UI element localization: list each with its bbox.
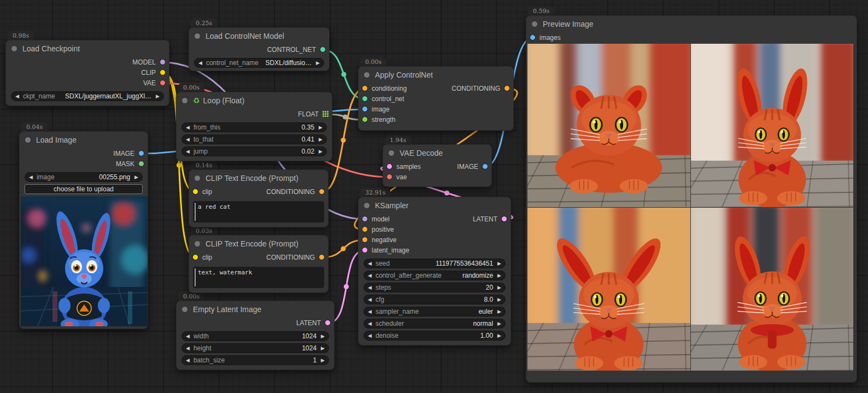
prompt-textarea[interactable]: a red cat: [193, 201, 324, 222]
input-port-images[interactable]: [530, 34, 536, 40]
widget-value[interactable]: 20: [486, 284, 493, 291]
input-port-positive[interactable]: [362, 226, 368, 232]
widget-decrement-arrow-icon[interactable]: ◀: [186, 137, 190, 142]
widget-decrement-arrow-icon[interactable]: ◀: [186, 345, 190, 351]
collapse-dot-icon[interactable]: [194, 33, 201, 39]
input-port-latent_image[interactable]: [362, 247, 368, 253]
widget-image[interactable]: ◀image00255.png▶: [25, 172, 143, 182]
widget-increment-arrow-icon[interactable]: ▶: [497, 261, 501, 266]
widget-decrement-arrow-icon[interactable]: ◀: [368, 297, 372, 302]
upload-file-button[interactable]: choose file to upload: [25, 184, 143, 194]
widget-decrement-arrow-icon[interactable]: ◀: [368, 273, 372, 278]
widget-control_net_name[interactable]: ◀control_net_nameSDXL/diffusio…▶: [194, 58, 324, 68]
node-clip1[interactable]: 0.14sCLIP Text Encode (Prompt)clipCONDIT…: [189, 169, 329, 227]
node-load_checkpoint[interactable]: 0.98sLoad CheckpointMODELCLIPVAE◀ckpt_na…: [5, 40, 169, 106]
widget-increment-arrow-icon[interactable]: ▶: [321, 333, 325, 339]
list-output-grid-icon[interactable]: [322, 111, 329, 117]
widget-ckpt_name[interactable]: ◀ckpt_nameSDXL/juggernautXL_juggXl…▶: [11, 91, 164, 101]
input-port-clip[interactable]: [192, 189, 198, 195]
widget-value[interactable]: 1024: [302, 332, 316, 340]
widget-increment-arrow-icon[interactable]: ▶: [321, 345, 325, 351]
node-load_controlnet[interactable]: 0.25sLoad ControlNet ModelCONTROL_NET◀co…: [189, 27, 330, 71]
output-port-MASK[interactable]: [138, 161, 144, 167]
widget-value[interactable]: 1024: [302, 344, 316, 352]
output-port-CONDITIONING[interactable]: [319, 254, 325, 260]
collapse-dot-icon[interactable]: [194, 241, 201, 247]
output-port-VAE[interactable]: [160, 80, 166, 86]
widget-value[interactable]: 1: [313, 356, 316, 364]
widget-decrement-arrow-icon[interactable]: ◀: [186, 125, 190, 130]
widget-from_this[interactable]: ◀from_this0.35▶: [181, 122, 327, 132]
widget-cfg[interactable]: ◀cfg8.0▶: [363, 295, 506, 304]
widget-decrement-arrow-icon[interactable]: ◀: [15, 93, 19, 99]
prompt-textarea[interactable]: text, watermark: [193, 267, 324, 288]
widget-value[interactable]: normal: [473, 320, 493, 327]
widget-increment-arrow-icon[interactable]: ▶: [497, 297, 501, 302]
widget-value[interactable]: 1.00: [480, 332, 493, 339]
node-vae_decode[interactable]: 1.94sVAE DecodesamplesIMAGEvae: [383, 144, 492, 187]
widget-increment-arrow-icon[interactable]: ▶: [316, 60, 320, 66]
input-port-clip[interactable]: [192, 254, 198, 260]
widget-increment-arrow-icon[interactable]: ▶: [497, 273, 501, 278]
input-port-model[interactable]: [362, 216, 368, 222]
output-port-LATENT[interactable]: [325, 320, 331, 326]
output-port-IMAGE[interactable]: [482, 163, 488, 169]
widget-jump[interactable]: ◀jump0.02▶: [181, 146, 327, 156]
widget-increment-arrow-icon[interactable]: ▶: [156, 93, 160, 99]
input-port-conditioning[interactable]: [362, 85, 368, 91]
widget-increment-arrow-icon[interactable]: ▶: [497, 309, 501, 314]
output-port-CONDITIONING[interactable]: [504, 85, 510, 91]
widget-decrement-arrow-icon[interactable]: ◀: [186, 333, 190, 339]
widget-value[interactable]: 0.41: [302, 136, 314, 143]
node-apply_cn[interactable]: 0.00sApply ControlNetconditioningCONDITI…: [358, 66, 514, 131]
widget-sampler_name[interactable]: ◀sampler_nameeuler▶: [363, 307, 506, 316]
widget-increment-arrow-icon[interactable]: ▶: [497, 321, 501, 326]
node-clip2[interactable]: 0.03sCLIP Text Encode (Prompt)clipCONDIT…: [189, 235, 329, 293]
widget-decrement-arrow-icon[interactable]: ◀: [198, 60, 202, 66]
widget-height[interactable]: ◀height1024▶: [181, 343, 329, 353]
widget-batch_size[interactable]: ◀batch_size1▶: [181, 355, 329, 365]
output-port-MODEL[interactable]: [160, 59, 166, 65]
widget-increment-arrow-icon[interactable]: ▶: [321, 357, 325, 363]
widget-denoise[interactable]: ◀denoise1.00▶: [363, 331, 506, 341]
node-canvas[interactable]: { "canvas_bg": "#232323", "port_colors":…: [0, 0, 868, 393]
widget-value[interactable]: 0.35: [302, 124, 314, 131]
input-port-samples[interactable]: [386, 163, 392, 169]
widget-value[interactable]: 8.0: [484, 296, 493, 303]
collapse-dot-icon[interactable]: [363, 72, 370, 78]
widget-decrement-arrow-icon[interactable]: ◀: [368, 321, 372, 326]
collapse-dot-icon[interactable]: [181, 97, 188, 104]
output-port-CONDITIONING[interactable]: [319, 189, 325, 195]
widget-decrement-arrow-icon[interactable]: ◀: [186, 149, 190, 154]
collapse-dot-icon[interactable]: [194, 175, 201, 181]
widget-decrement-arrow-icon[interactable]: ◀: [368, 261, 372, 266]
widget-value[interactable]: 00255.png: [99, 173, 130, 181]
widget-width[interactable]: ◀width1024▶: [181, 331, 329, 341]
input-port-strength[interactable]: [362, 116, 368, 122]
widget-value[interactable]: SDXL/juggernautXL_juggXl…: [65, 92, 151, 100]
collapse-dot-icon[interactable]: [181, 306, 188, 313]
widget-value[interactable]: randomize: [462, 272, 493, 279]
widget-control_after_generate[interactable]: ◀control_after_generaterandomize▶: [363, 271, 506, 280]
widget-decrement-arrow-icon[interactable]: ◀: [368, 285, 372, 290]
input-port-control_net[interactable]: [362, 96, 368, 102]
widget-increment-arrow-icon[interactable]: ▶: [134, 174, 138, 180]
widget-to_that[interactable]: ◀to_that0.41▶: [181, 134, 327, 144]
collapse-dot-icon[interactable]: [25, 137, 31, 143]
widget-decrement-arrow-icon[interactable]: ◀: [186, 357, 190, 363]
output-port-IMAGE[interactable]: [138, 150, 144, 156]
widget-seed[interactable]: ◀seed1119775536436451▶: [363, 259, 506, 268]
widget-increment-arrow-icon[interactable]: ▶: [319, 149, 322, 154]
node-empty_latent[interactable]: 0.00sEmpty Latent ImageLATENT◀width1024▶…: [176, 301, 335, 370]
output-port-CONTROL_NET[interactable]: [320, 46, 326, 52]
widget-increment-arrow-icon[interactable]: ▶: [319, 137, 322, 142]
widget-increment-arrow-icon[interactable]: ▶: [497, 285, 501, 290]
widget-decrement-arrow-icon[interactable]: ◀: [368, 333, 372, 338]
widget-steps[interactable]: ◀steps20▶: [363, 283, 506, 292]
widget-value[interactable]: 0.02: [302, 148, 314, 155]
widget-increment-arrow-icon[interactable]: ▶: [319, 125, 322, 130]
widget-decrement-arrow-icon[interactable]: ◀: [368, 309, 372, 314]
input-port-negative[interactable]: [362, 237, 368, 243]
collapse-dot-icon[interactable]: [11, 45, 17, 52]
widget-decrement-arrow-icon[interactable]: ◀: [29, 174, 33, 180]
